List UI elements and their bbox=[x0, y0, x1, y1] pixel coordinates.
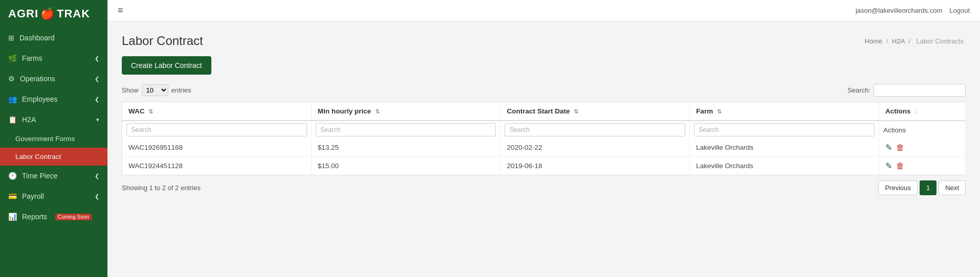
time-piece-icon: 🕐 bbox=[8, 172, 17, 180]
sidebar-sub-label-labor-contract: Labor Contract bbox=[15, 153, 61, 160]
sort-icon-start-date[interactable]: ⇅ bbox=[574, 108, 578, 115]
filter-input-min-hourly[interactable] bbox=[316, 123, 496, 136]
filter-input-wac[interactable] bbox=[126, 123, 307, 136]
table-body: WAC1926951168$13.252020-02-22Lakeville O… bbox=[122, 138, 966, 175]
col-header-actions: Actions ↓ bbox=[879, 102, 965, 121]
edit-button[interactable]: ✎ bbox=[885, 143, 892, 152]
reports-badge: Coming Soon bbox=[55, 214, 92, 220]
hamburger-menu-icon[interactable]: ≡ bbox=[118, 5, 123, 16]
main-content: ≡ jason@lakevilleorchards.com Logout Lab… bbox=[107, 0, 980, 277]
topbar-right: jason@lakevilleorchards.com Logout bbox=[856, 7, 970, 14]
page-1-button[interactable]: 1 bbox=[920, 180, 937, 195]
sort-icon-min-hourly[interactable]: ⇅ bbox=[375, 108, 380, 115]
table-footer: Showing 1 to 2 of 2 entries Previous 1 N… bbox=[122, 180, 966, 195]
payroll-icon: 💳 bbox=[8, 192, 17, 200]
breadcrumb-h2a[interactable]: H2A bbox=[892, 37, 905, 45]
col-label-min-hourly: Min hourly price bbox=[318, 107, 371, 115]
filter-cell-min-hourly bbox=[311, 121, 500, 138]
table-cell: Lakeville Orchards bbox=[690, 138, 879, 157]
h2a-icon: 📋 bbox=[8, 116, 17, 124]
breadcrumb-home[interactable]: Home bbox=[865, 37, 883, 45]
table-row: WAC1924451128$15.002019-06-18Lakeville O… bbox=[122, 157, 966, 175]
table-cell: WAC1924451128 bbox=[122, 157, 312, 175]
col-label-farm: Farm bbox=[696, 107, 713, 115]
col-header-start-date: Contract Start Date ⇅ bbox=[500, 102, 690, 121]
actions-cell: ✎ 🗑 bbox=[879, 157, 965, 175]
chevron-right-icon: ❮ bbox=[95, 55, 99, 62]
table-row: WAC1926951168$13.252020-02-22Lakeville O… bbox=[122, 138, 966, 157]
reports-icon: 📊 bbox=[8, 213, 17, 221]
sidebar-item-employees[interactable]: 👥 Employees ❮ bbox=[0, 89, 107, 109]
actions-cell: ✎ 🗑 bbox=[879, 138, 965, 157]
edit-button[interactable]: ✎ bbox=[885, 161, 892, 171]
farms-icon: 🌿 bbox=[8, 54, 17, 62]
delete-button[interactable]: 🗑 bbox=[896, 161, 904, 171]
sidebar-sub-item-government-forms[interactable]: Government Forms bbox=[0, 130, 107, 148]
chevron-right-icon-5: ❮ bbox=[95, 193, 99, 200]
sidebar-item-farms[interactable]: 🌿 Farms ❮ bbox=[0, 48, 107, 68]
sort-icon-actions[interactable]: ↓ bbox=[914, 108, 918, 114]
sidebar-sub-label-government-forms: Government Forms bbox=[15, 135, 75, 143]
sidebar-label-dashboard: Dashboard bbox=[19, 34, 55, 42]
sidebar-label-employees: Employees bbox=[22, 95, 57, 103]
sidebar-label-time-piece: Time Piece bbox=[22, 172, 58, 180]
breadcrumb-sep-1: / bbox=[886, 37, 890, 45]
create-labor-contract-button[interactable]: Create Labor Contract bbox=[122, 56, 211, 75]
global-search-box: Search: bbox=[847, 84, 966, 97]
filter-cell-wac bbox=[122, 121, 312, 138]
show-label: Show bbox=[122, 86, 139, 94]
sidebar-label-payroll: Payroll bbox=[22, 192, 44, 200]
filter-cell-start-date bbox=[500, 121, 690, 138]
logo-text-2: TRAK bbox=[57, 7, 90, 20]
logout-link[interactable]: Logout bbox=[949, 7, 970, 14]
content-area: Labor Contract Home / H2A / Labor Contra… bbox=[107, 21, 980, 277]
logo-icon: 🍎 bbox=[40, 7, 55, 20]
logo-text-1: AGRI bbox=[8, 7, 38, 20]
table-cell: 2019-06-18 bbox=[500, 157, 690, 175]
filter-cell-actions: Actions bbox=[879, 121, 965, 138]
sidebar-item-payroll[interactable]: 💳 Payroll ❮ bbox=[0, 186, 107, 206]
col-header-min-hourly: Min hourly price ⇅ bbox=[311, 102, 500, 121]
global-search-input[interactable] bbox=[874, 84, 966, 97]
sidebar-item-time-piece[interactable]: 🕐 Time Piece ❮ bbox=[0, 166, 107, 186]
chevron-down-icon: ▾ bbox=[96, 117, 99, 123]
sidebar-item-dashboard[interactable]: ⊞ Dashboard bbox=[0, 28, 107, 48]
filter-input-start-date[interactable] bbox=[505, 123, 685, 136]
breadcrumb-current: Labor Contracts bbox=[917, 37, 964, 45]
showing-entries-text: Showing 1 to 2 of 2 entries bbox=[122, 184, 201, 192]
table-cell: 2020-02-22 bbox=[500, 138, 690, 157]
entries-select[interactable]: 10 25 50 100 bbox=[142, 84, 168, 96]
topbar: ≡ jason@lakevilleorchards.com Logout bbox=[107, 0, 980, 21]
filter-input-farm[interactable] bbox=[694, 123, 875, 136]
breadcrumb: Home / H2A / Labor Contracts bbox=[865, 37, 966, 45]
chevron-right-icon-2: ❮ bbox=[95, 76, 99, 82]
page-header: Labor Contract Home / H2A / Labor Contra… bbox=[122, 34, 966, 48]
page-title: Labor Contract bbox=[122, 34, 203, 48]
delete-button[interactable]: 🗑 bbox=[896, 143, 904, 152]
table-header-row: WAC ⇅ Min hourly price ⇅ Contract Start … bbox=[122, 102, 966, 121]
sidebar-label-farms: Farms bbox=[22, 54, 42, 62]
filter-cell-farm bbox=[690, 121, 879, 138]
table-cell: WAC1926951168 bbox=[122, 138, 312, 157]
user-email: jason@lakevilleorchards.com bbox=[856, 7, 942, 14]
sidebar-label-operations: Operations bbox=[20, 75, 55, 83]
search-label: Search: bbox=[847, 86, 870, 94]
labor-contracts-table: WAC ⇅ Min hourly price ⇅ Contract Start … bbox=[122, 102, 966, 175]
col-label-wac: WAC bbox=[128, 107, 145, 115]
sidebar-item-h2a[interactable]: 📋 H2A ▾ bbox=[0, 109, 107, 130]
table-cell: $15.00 bbox=[311, 157, 500, 175]
sidebar-label-h2a: H2A bbox=[22, 116, 36, 124]
sidebar-label-reports: Reports bbox=[22, 213, 47, 221]
sidebar-item-reports[interactable]: 📊 Reports Coming Soon bbox=[0, 206, 107, 227]
sort-icon-farm[interactable]: ⇅ bbox=[717, 108, 722, 115]
col-label-actions: Actions bbox=[885, 107, 911, 115]
sort-icon-wac[interactable]: ⇅ bbox=[148, 108, 153, 115]
table-controls: Show 10 25 50 100 entries Search: bbox=[122, 84, 966, 97]
next-button[interactable]: Next bbox=[939, 180, 966, 195]
sidebar-sub-item-labor-contract[interactable]: Labor Contract bbox=[0, 148, 107, 166]
chevron-right-icon-4: ❮ bbox=[95, 173, 99, 179]
sidebar-item-operations[interactable]: ⚙ Operations ❮ bbox=[0, 68, 107, 89]
filter-row: Actions bbox=[122, 121, 966, 138]
app-logo: AGRI 🍎 TRAK bbox=[0, 0, 107, 28]
previous-button[interactable]: Previous bbox=[878, 180, 918, 195]
